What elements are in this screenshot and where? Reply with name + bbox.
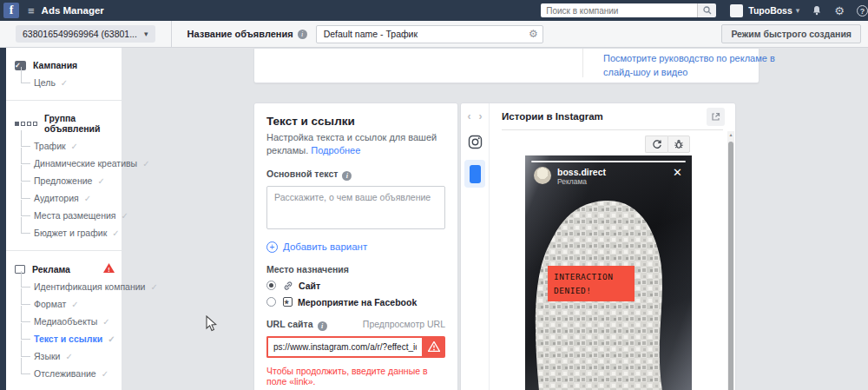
debug-bug-button[interactable] [667, 136, 690, 153]
campaign-header-label: Кампания [33, 60, 77, 70]
primary-text-label: Основной текстi [266, 169, 445, 181]
check-icon: ✓ [97, 176, 104, 186]
adset-section: Группа объявлений Трафик✓ Динамические к… [6, 101, 122, 251]
scrollbar-thumb[interactable] [728, 142, 733, 390]
top-bar: f ≡ Ads Manager TupoBoss ▾ ⚙ ? [0, 0, 868, 21]
ad-header-label: Реклама [32, 264, 70, 274]
site-url-field [266, 336, 445, 358]
event-star-icon: ★ [283, 297, 293, 307]
instagram-story-preview: boss.direct Реклама ✕ INTERA [525, 155, 692, 390]
check-icon: ✓ [84, 194, 91, 203]
phone-icon [470, 165, 481, 183]
open-external-button[interactable] [707, 108, 725, 126]
destination-option-site[interactable]: Сайт [266, 281, 445, 291]
destination-option-label: Мероприятие на Facebook [298, 297, 417, 307]
check-icon: ✓ [142, 159, 149, 169]
url-preview-link[interactable]: Предпросмотр URL [363, 319, 445, 329]
check-icon: ✓ [71, 300, 78, 309]
facebook-logo-icon[interactable]: f [3, 3, 19, 18]
sidebar-item-budget-schedule[interactable]: Бюджет и график✓ [6, 224, 122, 241]
story-progress-bar [531, 161, 686, 162]
destination-option-label: Сайт [299, 281, 320, 291]
sidebar-item-goal[interactable]: Цель✓ [6, 74, 122, 91]
info-icon[interactable]: i [342, 171, 352, 181]
preview-title: Истории в Instagram [502, 111, 603, 122]
account-dropdown[interactable]: 638016549969964 (63801... ▾ [16, 25, 155, 43]
info-icon[interactable]: i [298, 30, 307, 39]
sidebar-item-label: Идентификация компании [34, 281, 145, 292]
ad-section: Реклама ! Идентификация компании✓ Формат… [6, 251, 122, 390]
sidebar-item-tracking[interactable]: Отслеживание✓ [6, 365, 122, 382]
link-chain-icon [283, 281, 293, 291]
add-variant-label: Добавить вариант [283, 241, 367, 252]
adset-header-label: Группа объявлений [44, 113, 115, 134]
external-link-icon [711, 112, 720, 122]
hamburger-menu-icon[interactable]: ≡ [28, 4, 35, 17]
avatar[interactable] [730, 4, 743, 17]
add-variant-link[interactable]: + Добавить вариант [266, 241, 445, 253]
sidebar-item-label: Места размещения [34, 210, 116, 221]
check-icon: ✓ [102, 317, 109, 327]
url-error-text: Чтобы продолжить, введите данные в поле … [266, 366, 445, 387]
instagram-icon[interactable] [468, 135, 483, 149]
destination-label: Место назначения [266, 264, 445, 274]
user-name[interactable]: TupoBoss [748, 5, 792, 16]
check-icon: ✓ [61, 78, 68, 88]
toolbar-divider [171, 21, 172, 48]
sidebar-item-label: Бюджет и график [34, 228, 107, 238]
learn-more-link[interactable]: Подробнее [311, 145, 360, 155]
preview-divider [502, 129, 723, 130]
info-icon[interactable]: i [318, 321, 327, 331]
story-account-name: boss.direct [557, 167, 606, 177]
primary-text-input[interactable] [266, 186, 445, 229]
check-icon: ✓ [71, 142, 78, 151]
next-preview-icon[interactable]: › [479, 110, 483, 122]
campaign-section: ✓ Кампания Цель✓ [6, 48, 122, 101]
mouse-cursor [206, 315, 217, 332]
help-icon[interactable]: ? [857, 5, 868, 17]
guide-card: Посмотрите руководство по рекламе в слай… [253, 48, 760, 83]
ad-name-input[interactable] [316, 25, 543, 43]
prev-preview-icon[interactable]: ‹ [468, 110, 471, 122]
check-icon: ✓ [150, 282, 157, 292]
sidebar-item-label: Текст и ссылки [34, 334, 102, 344]
check-icon: ✓ [112, 228, 119, 238]
story-close-icon[interactable]: ✕ [673, 166, 682, 179]
check-icon: ✓ [102, 369, 108, 379]
check-icon: ✓ [108, 334, 115, 344]
ad-name-settings-gear-icon[interactable]: ⚙ [529, 28, 538, 40]
slideshow-guide-link[interactable]: Посмотрите руководство по рекламе в слай… [603, 52, 803, 80]
preview-format-rail: ‹ › [461, 103, 490, 390]
navigation-sidebar: ✓ Кампания Цель✓ Группа объявлений Трафи… [6, 48, 122, 390]
site-url-input[interactable] [266, 336, 422, 358]
radio-unselected-icon[interactable] [266, 297, 276, 307]
notifications-bell-icon[interactable] [812, 5, 822, 16]
refresh-preview-button[interactable] [645, 136, 667, 153]
settings-gear-icon[interactable]: ⚙ [834, 4, 845, 17]
search-button[interactable] [697, 3, 716, 17]
guide-card-divider [582, 49, 583, 77]
preview-scrollbar[interactable]: ▴ [727, 131, 734, 390]
bug-icon [674, 139, 684, 149]
refresh-icon [652, 139, 662, 149]
preview-controls [645, 136, 690, 153]
url-error-warning-icon [422, 336, 445, 358]
quick-create-mode-button[interactable]: Режим быстрого создания [721, 24, 861, 43]
panel-title: Текст и ссылки [266, 115, 445, 128]
destination-option-event[interactable]: ★ Мероприятие на Facebook [266, 297, 445, 307]
collapsed-nav-rail [0, 48, 6, 390]
search-input[interactable] [541, 3, 697, 17]
sidebar-item-label: Трафик [34, 141, 66, 151]
text-links-panel: Текст и ссылки Настройка текста и ссылок… [253, 102, 458, 390]
sidebar-item-label: Предложение [34, 175, 92, 186]
search-icon [703, 6, 712, 15]
app-title: Ads Manager [42, 5, 104, 16]
mobile-preview-toggle[interactable] [464, 160, 485, 188]
ad-name-label: Название объявления [187, 29, 293, 39]
radio-selected-icon[interactable] [266, 281, 276, 290]
content-area: ✓ Кампания Цель✓ Группа объявлений Трафи… [0, 48, 868, 390]
user-menu-caret-icon[interactable]: ▾ [796, 6, 800, 15]
scroll-up-arrow-icon[interactable]: ▴ [727, 131, 734, 137]
sidebar-item-label: Формат [34, 299, 66, 309]
svg-text:!: ! [108, 267, 109, 273]
